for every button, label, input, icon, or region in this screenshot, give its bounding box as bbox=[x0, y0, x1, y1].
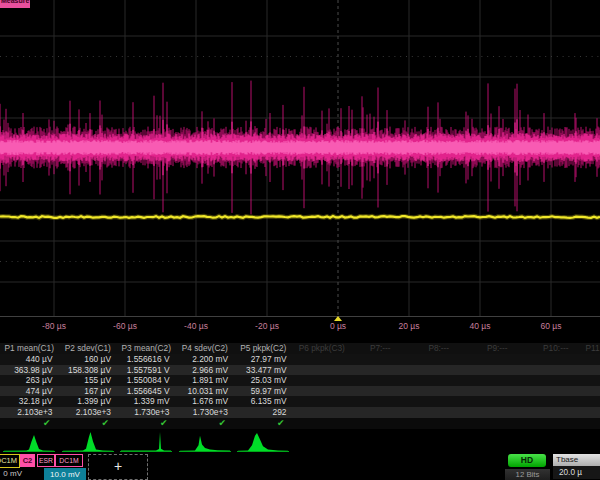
measure-stat-row: 2.103e+32.103e+31.730e+31.730e+3292 bbox=[0, 407, 600, 418]
measure-cell: 1.556616 V bbox=[117, 354, 176, 365]
measure-cell: 59.97 mV bbox=[234, 386, 293, 397]
measure-cell: 27.97 mV bbox=[234, 354, 293, 365]
measure-cell bbox=[468, 375, 527, 386]
time-axis-label: 20 µs bbox=[399, 321, 420, 331]
status-check-icon: ✔ bbox=[176, 418, 235, 429]
measure-cell: 1.557591 V bbox=[117, 365, 176, 376]
adc-bits-label: 12 Bits bbox=[505, 469, 550, 480]
add-trace-button[interactable]: + bbox=[88, 454, 148, 480]
measure-cell: 363.98 µV bbox=[0, 365, 59, 376]
top-left-badge: Measure bbox=[0, 0, 30, 8]
param-header[interactable]: P3 mean(C2) bbox=[117, 343, 176, 354]
param-header[interactable]: P10:--- bbox=[527, 343, 586, 354]
timebase-value: 20.0 µ bbox=[553, 466, 600, 479]
status-check-icon bbox=[468, 418, 527, 429]
measure-cell bbox=[293, 354, 352, 365]
status-check-icon: ✔ bbox=[117, 418, 176, 429]
measure-cell bbox=[410, 354, 469, 365]
status-check-icon bbox=[293, 418, 352, 429]
measure-cell bbox=[293, 386, 352, 397]
plus-icon: + bbox=[114, 458, 122, 474]
measure-cell: 1.339 mV bbox=[117, 396, 176, 407]
measure-cell bbox=[527, 396, 586, 407]
bottom-bar: DC1M 0 mV C2 ESR DC1M 10.0 mV + HD 12 Bi… bbox=[0, 453, 600, 480]
measure-cell bbox=[468, 354, 527, 365]
channel2-descriptor[interactable]: C2 bbox=[20, 454, 35, 467]
measure-cell: 1.891 mV bbox=[176, 375, 235, 386]
channel2-scale[interactable]: 10.0 mV bbox=[44, 468, 86, 480]
histicon-chart[interactable] bbox=[59, 429, 118, 454]
param-header[interactable]: P4 sdev(C2) bbox=[176, 343, 235, 354]
measure-cell bbox=[351, 396, 410, 407]
param-header[interactable]: P5 pkpk(C2) bbox=[234, 343, 293, 354]
measure-cell bbox=[585, 407, 600, 418]
measure-cell bbox=[468, 365, 527, 376]
measure-cell bbox=[293, 375, 352, 386]
measure-cell bbox=[293, 365, 352, 376]
measure-cell: 263 µV bbox=[0, 375, 59, 386]
plot-area[interactable] bbox=[0, 0, 600, 318]
hd-mode-badge[interactable]: HD bbox=[508, 454, 546, 467]
status-check-icon: ✔ bbox=[0, 418, 59, 429]
time-axis: -100 µs-80 µs-60 µs-40 µs-20 µs0 µs20 µs… bbox=[0, 316, 600, 338]
histicon-chart[interactable] bbox=[117, 429, 176, 454]
status-check-icon bbox=[410, 418, 469, 429]
measure-cell bbox=[527, 375, 586, 386]
status-check-icon: ✔ bbox=[59, 418, 118, 429]
channel1-scale[interactable]: 0 mV bbox=[0, 469, 22, 478]
measure-cell: 33.477 mV bbox=[234, 365, 293, 376]
measure-cell: 167 µV bbox=[59, 386, 118, 397]
param-header[interactable]: P1 mean(C1) bbox=[0, 343, 59, 354]
measure-cell: 32.18 µV bbox=[0, 396, 59, 407]
channel2-coupling-tag[interactable]: DC1M bbox=[55, 454, 83, 467]
measure-stat-row: 263 µV155 µV1.550084 V1.891 mV25.03 mV bbox=[0, 375, 600, 386]
channel1-descriptor[interactable]: DC1M bbox=[0, 454, 20, 468]
status-row: ✔✔✔✔✔ bbox=[0, 418, 600, 429]
measure-cell bbox=[410, 375, 469, 386]
measure-cell: 1.399 µV bbox=[59, 396, 118, 407]
param-header-row: P1 mean(C1)P2 sdev(C1)P3 mean(C2)P4 sdev… bbox=[0, 343, 600, 354]
measure-cell bbox=[351, 365, 410, 376]
histicon-chart[interactable] bbox=[234, 429, 293, 454]
measure-cell bbox=[585, 375, 600, 386]
measure-cell: 2.103e+3 bbox=[0, 407, 59, 418]
measure-cell: 6.135 mV bbox=[234, 396, 293, 407]
measure-cell bbox=[585, 365, 600, 376]
measure-cell bbox=[293, 407, 352, 418]
measure-cell bbox=[468, 407, 527, 418]
histicon-row bbox=[0, 429, 600, 454]
status-check-icon: ✔ bbox=[234, 418, 293, 429]
param-header[interactable]: P7:--- bbox=[351, 343, 410, 354]
measure-cell bbox=[351, 354, 410, 365]
measure-cell bbox=[527, 386, 586, 397]
time-axis-label: 60 µs bbox=[541, 321, 562, 331]
status-check-icon bbox=[585, 418, 600, 429]
measure-cell bbox=[585, 354, 600, 365]
status-check-icon bbox=[351, 418, 410, 429]
measure-cell bbox=[527, 365, 586, 376]
c2-noise-trace-core[interactable] bbox=[0, 140, 600, 155]
param-header[interactable]: P11 bbox=[585, 343, 600, 354]
measure-cell: 160 µV bbox=[59, 354, 118, 365]
param-header[interactable]: P2 sdev(C1) bbox=[59, 343, 118, 354]
measure-cell: 292 bbox=[234, 407, 293, 418]
measure-cell bbox=[351, 375, 410, 386]
measure-cell: 2.200 mV bbox=[176, 354, 235, 365]
param-header[interactable]: P8:--- bbox=[410, 343, 469, 354]
measure-cell bbox=[293, 396, 352, 407]
measure-cell bbox=[468, 386, 527, 397]
measure-stat-row: 474 µV167 µV1.556645 V10.031 mV59.97 mV bbox=[0, 386, 600, 397]
time-axis-label: -40 µs bbox=[184, 321, 208, 331]
histicon-chart[interactable] bbox=[0, 429, 59, 454]
status-check-icon bbox=[527, 418, 586, 429]
param-header[interactable]: P6 pkpk(C3) bbox=[293, 343, 352, 354]
measure-cell bbox=[527, 354, 586, 365]
measure-cell bbox=[351, 407, 410, 418]
timebase-descriptor[interactable]: Tbase 20.0 µ bbox=[553, 454, 600, 480]
histicon-chart[interactable] bbox=[176, 429, 235, 454]
measure-cell bbox=[410, 396, 469, 407]
param-header[interactable]: P9:--- bbox=[468, 343, 527, 354]
measure-cell bbox=[410, 407, 469, 418]
measure-cell: 155 µV bbox=[59, 375, 118, 386]
channel2-esr-tag[interactable]: ESR bbox=[37, 454, 55, 467]
